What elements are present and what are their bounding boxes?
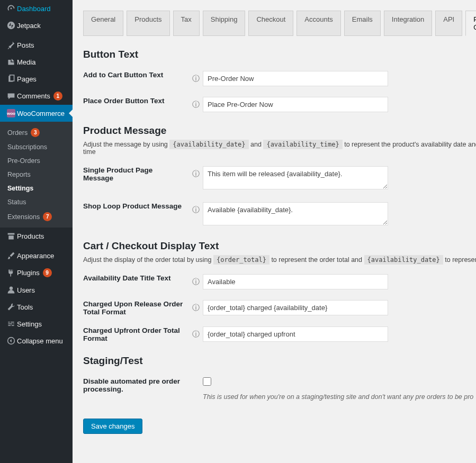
tab-general[interactable]: General (83, 11, 123, 36)
sidebar-subitem-label: Status (7, 198, 26, 206)
sidebar-subitem-reports[interactable]: Reports (0, 168, 73, 181)
save-button[interactable]: Save changes (83, 419, 142, 434)
sidebar-item-products[interactable]: Products (0, 228, 73, 244)
sidebar-item-dashboard[interactable]: Dashboard (0, 0, 73, 17)
section-product-message: Product Message Adjust the message by us… (73, 112, 476, 228)
sidebar-subitem-pre-orders[interactable]: Pre-Orders (0, 154, 73, 168)
sidebar-item-label: Jetpack (17, 22, 41, 30)
heading-cart-checkout: Cart / Checkout Display Text (83, 240, 476, 252)
desc-cart-checkout: Adjust the display of the order total by… (83, 256, 476, 264)
code-order-total: {order_total} (213, 255, 270, 265)
user-icon (5, 286, 17, 294)
sidebar-item-label: Plugins (17, 269, 40, 277)
pages-icon (5, 75, 17, 83)
sidebar-item-label: Collapse menu (17, 337, 63, 345)
svg-point-6 (10, 287, 13, 290)
heading-button-text: Button Text (83, 49, 476, 60)
sidebar-item-appearance[interactable]: Appearance (0, 247, 73, 264)
sidebar-item-label: Posts (17, 41, 34, 49)
plug-icon (5, 269, 17, 277)
svg-rect-3 (10, 75, 14, 81)
help-icon[interactable]: ⓘ (192, 303, 200, 313)
tab-api[interactable]: API (435, 11, 462, 36)
sidebar-item-users[interactable]: Users (0, 282, 73, 298)
sidebar-item-label: Tools (17, 303, 33, 311)
tab-tax[interactable]: Tax (173, 11, 200, 36)
label-single-product-message: Single Product Page Message (83, 166, 189, 182)
help-icon[interactable]: ⓘ (192, 169, 200, 179)
sidebar-subitem-orders[interactable]: Orders3 (0, 125, 73, 140)
sidebar-item-label: Comments (17, 92, 50, 100)
label-shop-loop-message: Shop Loop Product Message (83, 202, 189, 210)
svg-text:woo: woo (7, 111, 15, 116)
sidebar-subitem-subscriptions[interactable]: Subscriptions (0, 140, 73, 154)
sidebar-item-label: Pages (17, 75, 37, 83)
input-availability-title[interactable] (203, 274, 388, 289)
sidebar-item-label: Users (17, 286, 35, 294)
tab-integration[interactable]: Integration (384, 11, 432, 36)
desc-product-message: Adjust the message by using {availabilit… (83, 141, 476, 156)
label-charged-upfront-format: Charged Upfront Order Total Format (83, 326, 189, 342)
textarea-single-product-message[interactable]: This item will be released {availability… (203, 166, 388, 189)
label-place-order-text: Place Order Button Text (83, 97, 189, 105)
sidebar-subitem-label: Pre-Orders (7, 157, 40, 165)
input-charged-upfront-format[interactable] (203, 326, 388, 342)
input-add-to-cart-text[interactable] (203, 71, 388, 86)
sidebar-submenu: Orders3SubscriptionsPre-OrdersReportsSet… (0, 122, 73, 228)
sidebar-item-tools[interactable]: Tools (0, 298, 73, 315)
code-availability-time: {availability_time} (263, 140, 342, 149)
admin-sidebar: DashboardJetpackPostsMediaPagesComments1… (0, 0, 73, 463)
section-cart-checkout: Cart / Checkout Display Text Adjust the … (73, 228, 476, 342)
sidebar-item-posts[interactable]: Posts (0, 37, 73, 53)
notification-badge: 1 (53, 92, 62, 101)
help-icon[interactable]: ⓘ (192, 100, 200, 110)
sidebar-subitem-status[interactable]: Status (0, 195, 73, 209)
sidebar-item-jetpack[interactable]: Jetpack (0, 17, 73, 34)
help-icon[interactable]: ⓘ (192, 277, 200, 287)
tab-shipping[interactable]: Shipping (203, 11, 246, 36)
tab-accounts[interactable]: Accounts (297, 11, 340, 36)
sidebar-item-label: WooCommerce (17, 110, 65, 117)
sidebar-item-label: Media (17, 58, 35, 66)
jetpack-icon (5, 21, 17, 30)
pin-icon (5, 41, 17, 49)
textarea-shop-loop-message[interactable]: Available {availability_date}. (203, 202, 388, 225)
sidebar-item-comments[interactable]: Comments1 (0, 87, 73, 105)
sidebar-item-pages[interactable]: Pages (0, 70, 73, 87)
media-icon (5, 58, 17, 66)
sliders-icon (5, 320, 17, 328)
label-disable-processing: Disable automated pre order processing. (83, 377, 189, 393)
tab-checkout[interactable]: Checkout (248, 11, 293, 36)
sidebar-item-media[interactable]: Media (0, 53, 73, 70)
wrench-icon (5, 303, 17, 311)
sidebar-subitem-settings[interactable]: Settings (0, 181, 73, 195)
tab-products[interactable]: Products (127, 11, 169, 36)
heading-staging: Staging/Test (83, 355, 476, 367)
label-add-to-cart-text: Add to Cart Button Text (83, 71, 189, 79)
sidebar-subitem-label: Orders (7, 129, 28, 137)
notification-badge: 9 (43, 268, 52, 277)
sidebar-subitem-label: Reports (7, 171, 31, 178)
code-availability-date: {availability_date} (364, 255, 443, 265)
input-place-order-text[interactable] (203, 97, 388, 112)
sidebar-subitem-extensions[interactable]: Extensions7 (0, 209, 73, 224)
label-charged-release-format: Charged Upon Release Order Total Format (83, 300, 189, 316)
label-availability-title: Availability Date Title Text (83, 274, 189, 282)
help-icon[interactable]: ⓘ (192, 74, 200, 84)
sidebar-subitem-label: Subscriptions (7, 143, 47, 151)
sidebar-item-collapse-menu[interactable]: Collapse menu (0, 332, 73, 349)
section-staging: Staging/Test Disable automated pre order… (73, 342, 476, 401)
sidebar-item-label: Settings (17, 320, 42, 328)
sidebar-item-settings[interactable]: Settings (0, 315, 73, 332)
products-icon (5, 232, 17, 240)
help-icon[interactable]: ⓘ (192, 330, 200, 339)
collapse-icon (5, 337, 17, 345)
checkbox-disable-processing[interactable] (203, 377, 211, 386)
input-charged-release-format[interactable] (203, 300, 388, 315)
tab-emails[interactable]: Emails (344, 11, 381, 36)
sidebar-item-plugins[interactable]: Plugins9 (0, 264, 73, 282)
sidebar-item-label: Products (17, 232, 44, 240)
tab-pre-orders[interactable]: Pre-Orders (465, 11, 476, 36)
help-icon[interactable]: ⓘ (192, 205, 200, 215)
sidebar-item-woocommerce[interactable]: wooWooCommerce (0, 105, 73, 122)
